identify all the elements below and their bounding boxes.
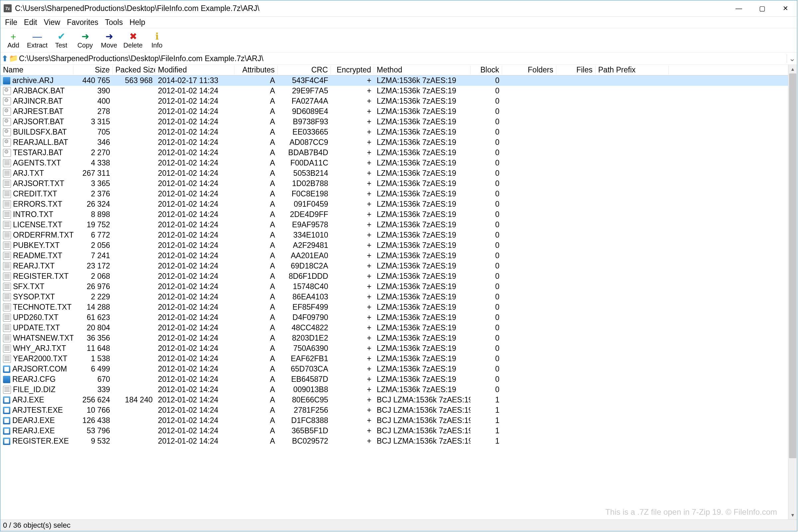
col-size[interactable]: Size bbox=[73, 65, 113, 74]
col-block[interactable]: Block bbox=[470, 65, 502, 74]
col-folders[interactable]: Folders bbox=[502, 65, 556, 74]
file-size: 346 bbox=[73, 138, 113, 147]
file-row[interactable]: README.TXT7 2412012-01-02 14:24AAA201EA0… bbox=[0, 250, 788, 261]
file-modified: 2012-01-02 14:24 bbox=[155, 395, 235, 404]
file-row[interactable]: REARJ.TXT23 1722012-01-02 14:24A69D18C2A… bbox=[0, 261, 788, 271]
file-row[interactable]: PUBKEY.TXT2 0562012-01-02 14:24AA2F29481… bbox=[0, 240, 788, 250]
file-row[interactable]: REGISTER.TXT2 0682012-01-02 14:24A8D6F1D… bbox=[0, 271, 788, 282]
file-row[interactable]: BUILDSFX.BAT7052012-01-02 14:24AEE033665… bbox=[0, 127, 788, 137]
col-modified[interactable]: Modified bbox=[155, 65, 235, 74]
col-prefix[interactable]: Path Prefix bbox=[595, 65, 669, 74]
address-dropdown-icon[interactable]: ⌄ bbox=[787, 54, 797, 63]
file-row[interactable]: CREDIT.TXT2 3762012-01-02 14:24AF0C8E198… bbox=[0, 189, 788, 199]
file-row[interactable]: TECHNOTE.TXT14 2882012-01-02 14:24AEF85F… bbox=[0, 302, 788, 312]
file-row[interactable]: ARJSORT.TXT3 3652012-01-02 14:24A1D02B78… bbox=[0, 178, 788, 189]
file-row[interactable]: ERRORS.TXT26 3242012-01-02 14:24A091F045… bbox=[0, 199, 788, 209]
toolbar-move-button[interactable]: ➜Move bbox=[98, 31, 120, 50]
file-method: BCJ LZMA:1536k 7zAES:19 bbox=[374, 437, 470, 445]
file-row[interactable]: UPD260.TXT61 6232012-01-02 14:24AD4F0979… bbox=[0, 312, 788, 323]
file-row[interactable]: REARJ.EXE53 7962012-01-02 14:24A365B5F1D… bbox=[0, 426, 788, 436]
file-size: 705 bbox=[73, 128, 113, 137]
titlebar[interactable]: 7z C:\Users\SharpenedProductions\Desktop… bbox=[0, 0, 797, 17]
menu-view[interactable]: View bbox=[41, 17, 63, 28]
file-size: 339 bbox=[73, 385, 113, 394]
close-button[interactable]: ✕ bbox=[774, 0, 797, 16]
file-row[interactable]: SFX.TXT26 9762012-01-02 14:24A15748C40+L… bbox=[0, 282, 788, 292]
file-block: 0 bbox=[470, 323, 502, 332]
file-crc: 15748C40 bbox=[278, 282, 331, 291]
file-row[interactable]: ARJ.EXE256 624184 2402012-01-02 14:24A80… bbox=[0, 395, 788, 405]
menu-help[interactable]: Help bbox=[126, 17, 148, 28]
file-row[interactable]: ARJBACK.BAT3902012-01-02 14:24A29E9F7A5+… bbox=[0, 86, 788, 96]
file-size: 126 438 bbox=[73, 416, 113, 425]
file-row[interactable]: ARJSORT.BAT3 3152012-01-02 14:24AB9738F9… bbox=[0, 117, 788, 127]
file-modified: 2012-01-02 14:24 bbox=[155, 179, 235, 188]
file-row[interactable]: ARJINCR.BAT4002012-01-02 14:24AFA027A4A+… bbox=[0, 96, 788, 106]
file-row[interactable]: DEARJ.EXE126 4382012-01-02 14:24AD1FC838… bbox=[0, 415, 788, 426]
maximize-button[interactable]: ▢ bbox=[750, 0, 774, 16]
file-row[interactable]: LICENSE.TXT19 7522012-01-02 14:24AE9AF95… bbox=[0, 220, 788, 230]
toolbar-copy-button[interactable]: ➜Copy bbox=[74, 31, 96, 50]
file-row[interactable]: WHY_ARJ.TXT11 6482012-01-02 14:24A750A63… bbox=[0, 343, 788, 354]
file-method: LZMA:1536k 7zAES:19 bbox=[374, 262, 470, 270]
file-crc: 65D703CA bbox=[278, 364, 331, 374]
scroll-thumb[interactable] bbox=[789, 73, 796, 458]
file-row[interactable]: FILE_ID.DIZ3392012-01-02 14:24A009013B8+… bbox=[0, 384, 788, 395]
menu-edit[interactable]: Edit bbox=[21, 17, 41, 28]
menu-file[interactable]: File bbox=[2, 17, 21, 28]
file-row[interactable]: WHATSNEW.TXT36 3562012-01-02 14:24A8203D… bbox=[0, 333, 788, 343]
file-icon bbox=[3, 314, 11, 322]
col-packed[interactable]: Packed Size bbox=[113, 65, 155, 74]
file-size: 278 bbox=[73, 107, 113, 116]
toolbar-info-button[interactable]: ℹInfo bbox=[146, 31, 168, 50]
file-row[interactable]: TESTARJ.BAT2 2702012-01-02 14:24ABDAB7B4… bbox=[0, 148, 788, 158]
up-icon[interactable]: ⬆ bbox=[0, 54, 9, 63]
file-attr: A bbox=[235, 334, 278, 343]
file-size: 26 976 bbox=[73, 282, 113, 291]
file-encrypted: + bbox=[331, 364, 374, 374]
menu-tools[interactable]: Tools bbox=[102, 17, 126, 28]
minimize-button[interactable]: — bbox=[727, 0, 750, 16]
status-text: 0 / 36 object(s) selec bbox=[3, 521, 71, 530]
file-crc: 1D02B788 bbox=[278, 179, 331, 188]
toolbar-test-button[interactable]: ✔Test bbox=[50, 31, 72, 50]
col-attributes[interactable]: Attributes bbox=[235, 65, 278, 74]
file-row[interactable]: ARJREST.BAT2782012-01-02 14:24A9D6089E4+… bbox=[0, 106, 788, 117]
file-method: LZMA:1536k 7zAES:19 bbox=[374, 169, 470, 178]
file-row[interactable]: ARJ.TXT267 3112012-01-02 14:24A5053B214+… bbox=[0, 168, 788, 178]
col-name[interactable]: Name bbox=[0, 65, 73, 74]
toolbar-add-button[interactable]: ＋Add bbox=[2, 31, 24, 50]
file-row[interactable]: INTRO.TXT8 8982012-01-02 14:24A2DE4D9FF+… bbox=[0, 209, 788, 220]
toolbar-delete-button[interactable]: ✖Delete bbox=[122, 31, 144, 50]
file-attr: A bbox=[235, 97, 278, 106]
file-row[interactable]: REARJALL.BAT3462012-01-02 14:24AAD087CC9… bbox=[0, 137, 788, 148]
file-crc: BC029572 bbox=[278, 437, 331, 445]
file-row[interactable]: AGENTS.TXT4 3382012-01-02 14:24AF00DA11C… bbox=[0, 158, 788, 168]
file-attr: A bbox=[235, 354, 278, 363]
file-row[interactable]: ARJTEST.EXE10 7662012-01-02 14:24A2781F2… bbox=[0, 405, 788, 415]
menu-favorites[interactable]: Favorites bbox=[63, 17, 102, 28]
vertical-scrollbar[interactable]: ▲ ▼ bbox=[788, 65, 797, 519]
file-row[interactable]: YEAR2000.TXT1 5382012-01-02 14:24AEAF62F… bbox=[0, 354, 788, 364]
file-row[interactable]: REARJ.CFG6702012-01-02 14:24AEB64587D+LZ… bbox=[0, 374, 788, 384]
file-row[interactable]: archive.ARJ440 765563 9682014-02-17 11:3… bbox=[0, 75, 788, 86]
col-crc[interactable]: CRC bbox=[278, 65, 331, 74]
file-size: 2 270 bbox=[73, 148, 113, 157]
file-method: LZMA:1536k 7zAES:19 bbox=[374, 375, 470, 384]
file-modified: 2012-01-02 14:24 bbox=[155, 87, 235, 95]
file-row[interactable]: ORDERFRM.TXT6 7722012-01-02 14:24A334E10… bbox=[0, 230, 788, 240]
file-row[interactable]: SYSOP.TXT2 2292012-01-02 14:24A86EA4103+… bbox=[0, 292, 788, 302]
file-row[interactable]: UPDATE.TXT20 8042012-01-02 14:24A48CC482… bbox=[0, 323, 788, 333]
file-row[interactable]: ARJSORT.COM6 4992012-01-02 14:24A65D703C… bbox=[0, 364, 788, 374]
col-encrypted[interactable]: Encrypted bbox=[331, 65, 374, 74]
col-files[interactable]: Files bbox=[556, 65, 595, 74]
col-method[interactable]: Method bbox=[374, 65, 470, 74]
file-block: 1 bbox=[470, 416, 502, 425]
file-icon bbox=[3, 293, 11, 301]
file-encrypted: + bbox=[331, 395, 374, 404]
address-input[interactable]: C:\Users\SharpenedProductions\Desktop\Fi… bbox=[18, 54, 787, 64]
scroll-down-icon[interactable]: ▼ bbox=[788, 511, 797, 519]
scroll-up-icon[interactable]: ▲ bbox=[788, 65, 797, 73]
file-row[interactable]: REGISTER.EXE9 5322012-01-02 14:24ABC0295… bbox=[0, 436, 788, 446]
toolbar-extract-button[interactable]: —Extract bbox=[26, 31, 48, 50]
